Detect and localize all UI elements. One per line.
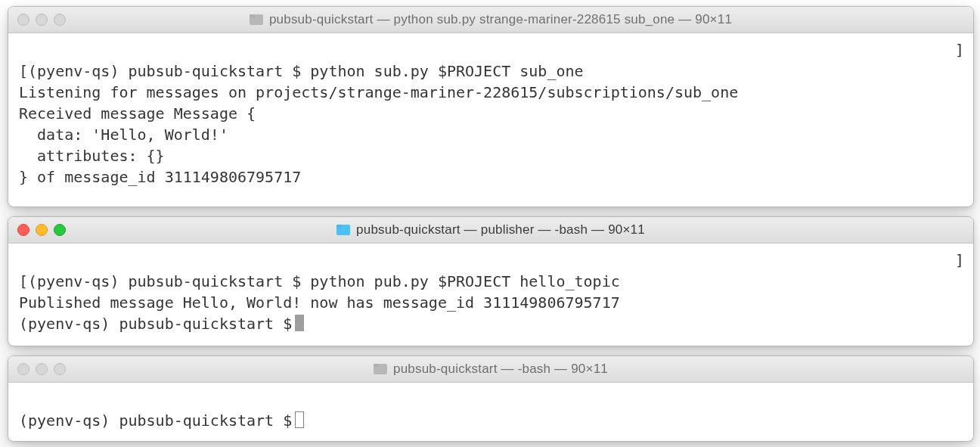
close-icon[interactable] <box>17 363 29 375</box>
maximize-icon[interactable] <box>54 363 66 375</box>
traffic-lights <box>17 14 66 26</box>
terminal-line: attributes: {} <box>19 147 165 165</box>
window-title-text: pubsub-quickstart — publisher — -bash — … <box>356 222 645 237</box>
terminal-window-subscriber[interactable]: pubsub-quickstart — python sub.py strang… <box>8 6 974 207</box>
terminal-line: [(pyenv-qs) pubsub-quickstart $ python p… <box>19 272 620 290</box>
traffic-lights <box>17 224 66 236</box>
window-title: pubsub-quickstart — -bash — 90×11 <box>8 362 973 377</box>
window-title: pubsub-quickstart — python sub.py strang… <box>8 12 973 27</box>
right-bracket: ] <box>955 39 964 61</box>
cursor-icon <box>295 411 304 428</box>
folder-icon <box>374 364 387 374</box>
terminal-line: Listening for messages on projects/stran… <box>19 83 738 101</box>
window-title: pubsub-quickstart — publisher — -bash — … <box>8 222 973 237</box>
maximize-icon[interactable] <box>54 224 66 236</box>
window-title-text: pubsub-quickstart — -bash — 90×11 <box>393 362 608 377</box>
window-title-text: pubsub-quickstart — python sub.py strang… <box>269 12 732 27</box>
terminal-output[interactable]: (pyenv-qs) pubsub-quickstart $ <box>8 383 973 442</box>
terminal-line: (pyenv-qs) pubsub-quickstart $ <box>19 411 292 430</box>
minimize-icon[interactable] <box>36 224 48 236</box>
terminal-window-idle[interactable]: pubsub-quickstart — -bash — 90×11 (pyenv… <box>8 355 974 442</box>
terminal-line: } of message_id 311149806795717 <box>19 168 301 186</box>
titlebar[interactable]: pubsub-quickstart — publisher — -bash — … <box>8 217 973 244</box>
minimize-icon[interactable] <box>36 363 48 375</box>
minimize-icon[interactable] <box>36 14 48 26</box>
terminal-line: Received message Message { <box>19 104 256 123</box>
close-icon[interactable] <box>17 14 29 26</box>
terminal-output[interactable]: ][(pyenv-qs) pubsub-quickstart $ python … <box>8 244 973 346</box>
folder-icon <box>336 225 350 235</box>
terminal-line: (pyenv-qs) pubsub-quickstart $ <box>19 315 292 333</box>
terminal-output[interactable]: ][(pyenv-qs) pubsub-quickstart $ python … <box>8 33 973 201</box>
terminal-line: [(pyenv-qs) pubsub-quickstart $ python s… <box>19 62 584 80</box>
right-bracket: ] <box>955 250 964 271</box>
close-icon[interactable] <box>17 224 29 236</box>
titlebar[interactable]: pubsub-quickstart — python sub.py strang… <box>8 7 973 33</box>
traffic-lights <box>17 363 66 375</box>
terminal-window-publisher[interactable]: pubsub-quickstart — publisher — -bash — … <box>8 216 974 346</box>
terminal-line: Published message Hello, World! now has … <box>19 293 620 312</box>
terminal-line: data: 'Hello, World!' <box>19 126 228 144</box>
maximize-icon[interactable] <box>54 14 66 26</box>
cursor-icon <box>295 315 304 331</box>
folder-icon <box>250 14 263 25</box>
titlebar[interactable]: pubsub-quickstart — -bash — 90×11 <box>8 356 973 383</box>
